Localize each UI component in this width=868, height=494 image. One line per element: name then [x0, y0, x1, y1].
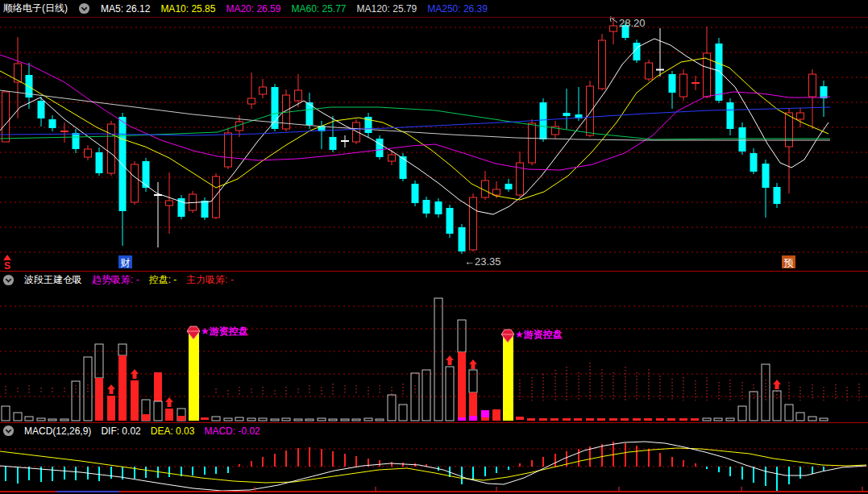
candle-body-down	[820, 86, 828, 98]
candle-body-up	[646, 63, 653, 79]
indicator-bar-r	[107, 396, 115, 421]
ma5-value: MA5: 26.12	[101, 3, 150, 15]
candle	[680, 69, 687, 101]
candle-body-up	[388, 155, 396, 161]
main-absorb-value: 主力吸筹: -	[186, 273, 234, 287]
candle-body-down	[435, 201, 442, 214]
candle-body-down	[143, 161, 150, 188]
indicator-bar-h	[726, 418, 734, 421]
indicator-bar-h	[422, 370, 430, 421]
indicator-bar-h	[259, 418, 267, 421]
indicator-bar-r	[516, 417, 524, 420]
macd-value: MACD: -0.02	[204, 426, 260, 437]
candle	[762, 160, 770, 218]
candle-body-up	[529, 123, 536, 163]
indicator-bar-h	[796, 413, 804, 421]
candle	[470, 193, 477, 251]
dea-line	[0, 448, 866, 483]
indicator-bar-m	[469, 416, 477, 421]
candle	[704, 27, 711, 98]
candle	[435, 198, 442, 218]
trading-terminal: 28.20←23.35S财预★游资控盘★游资控盘 顺络电子(日线) MA5: 2…	[0, 0, 868, 494]
news-box: 财	[118, 255, 132, 268]
indicator-bar-h	[37, 418, 45, 421]
candle-body-down	[376, 139, 384, 157]
chevron-down-icon[interactable]	[2, 274, 15, 286]
up-arrow-icon	[131, 369, 139, 379]
indicator-bar-h	[329, 419, 337, 421]
indicator-bar-h	[224, 418, 232, 421]
candle-body-down	[423, 200, 430, 214]
indicator-bar-r	[656, 418, 664, 421]
up-arrow-icon	[3, 255, 11, 260]
up-arrow-icon	[107, 384, 115, 394]
indicator-bar-r	[586, 418, 594, 421]
candle-body-down	[96, 152, 103, 173]
candle-body-down	[119, 117, 127, 211]
candle-body-down	[563, 113, 571, 116]
indicator-bar-h	[376, 419, 384, 421]
candle-body-down	[505, 184, 513, 189]
candle-body-up	[108, 124, 115, 173]
candle	[820, 81, 828, 117]
candle-body-up	[131, 164, 139, 202]
indicator-bar-r	[469, 392, 477, 416]
wave-indicator-header: 波段王建仓吸 趋势吸筹: - 控盘: - 主力吸筹: -	[0, 272, 867, 288]
chevron-down-icon[interactable]	[2, 425, 15, 437]
candle	[306, 93, 314, 129]
indicator-bar-r	[154, 372, 162, 401]
candle	[552, 121, 559, 139]
indicator-bar-h	[458, 320, 466, 352]
indicator-bar-h	[399, 405, 407, 421]
ma120-value: MA120: 25.79	[357, 3, 417, 15]
candle	[400, 153, 407, 181]
candle	[423, 197, 430, 218]
indicator-bar-r	[481, 417, 489, 421]
main-chart[interactable]: 28.20←23.35S财预	[0, 17, 868, 272]
chart-canvas[interactable]: 28.20←23.35S财预★游资控盘★游资控盘	[0, 0, 868, 494]
candle	[517, 152, 524, 197]
chevron-down-icon[interactable]	[78, 2, 90, 15]
indicator-bar-r	[118, 355, 127, 421]
hot-money-label: ★游资控盘	[515, 329, 563, 340]
indicator-bar-r	[609, 418, 617, 421]
candle-body-down	[330, 137, 337, 150]
indicator-bar-h	[773, 391, 781, 421]
indicator-bar-h	[72, 381, 80, 421]
low-label: ←23.35	[464, 255, 501, 268]
indicator-bar-h	[14, 413, 22, 421]
candle	[459, 224, 466, 254]
candle-body-down	[446, 208, 454, 234]
wave-indicator-plot[interactable]: ★游资控盘★游资控盘	[0, 298, 868, 421]
candle-body-up	[680, 74, 687, 97]
main-chart-header: 顺络电子(日线) MA5: 26.12 MA10: 25.85 MA20: 26…	[0, 0, 868, 17]
indicator-bar-h	[808, 417, 816, 421]
candle	[341, 135, 349, 147]
dea-value: DEA: 0.03	[151, 426, 195, 437]
indicator-bar-h	[434, 298, 442, 421]
up-arrow-icon	[446, 355, 454, 365]
indicator-bar-h	[95, 344, 103, 378]
candle	[166, 172, 173, 234]
wave-indicator-title: 波段王建仓吸	[24, 273, 82, 287]
high-label: 28.20	[619, 17, 646, 29]
indicator-bar-r	[621, 418, 629, 421]
indicator-bar-r	[131, 380, 139, 421]
candle-body-down	[762, 164, 770, 188]
candle	[108, 121, 115, 176]
candle-body-up	[493, 189, 500, 195]
candle-body-up	[470, 197, 477, 250]
candle-body-down	[38, 101, 45, 118]
candle	[563, 89, 571, 129]
indicator-bar-h	[738, 406, 746, 421]
indicator-bar-h	[446, 367, 454, 421]
candle-body-up	[295, 90, 302, 101]
trend-absorb-value: 趋势吸筹: -	[92, 273, 139, 287]
candle	[38, 97, 45, 127]
candle-body-down	[459, 227, 466, 251]
candle	[119, 113, 127, 246]
indicator-bar-r	[633, 418, 641, 421]
macd-plot[interactable]	[0, 442, 868, 492]
indicator-bar-r	[527, 418, 535, 421]
candle-body-up	[85, 149, 92, 157]
